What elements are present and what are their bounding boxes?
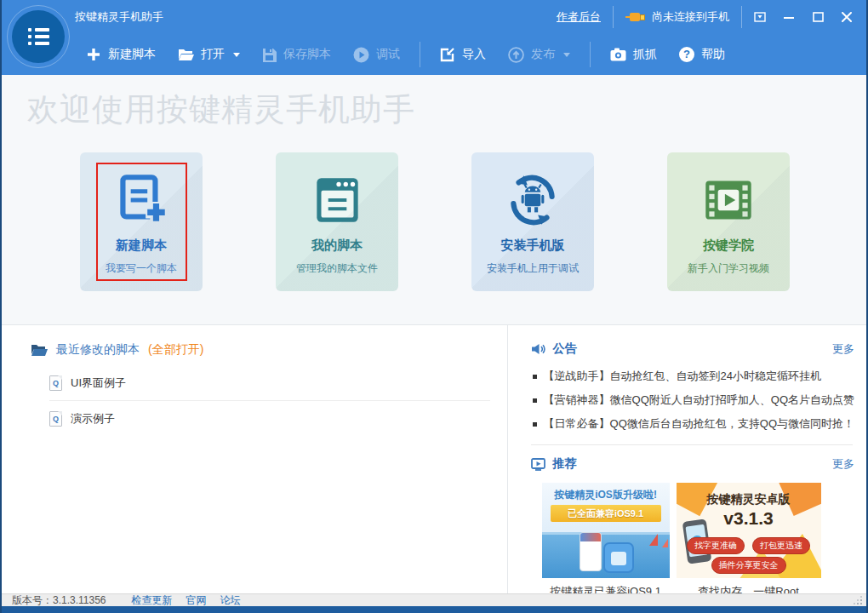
promo-android-banner[interactable]: 按键精灵安卓版 v3.1.3 找字更准确 打包更迅速 插件分享更安全 查找内存，… — [677, 483, 821, 599]
announcement-text: 【逆战助手】自动抢红包、自动签到24小时稳定循环挂机 — [544, 369, 821, 384]
resize-grip[interactable] — [853, 595, 862, 604]
titlebar: 按键精灵手机助手 作者后台 尚未连接到手机 — [75, 0, 861, 34]
app-title: 按键精灵手机助手 — [75, 9, 163, 25]
author-backend-link[interactable]: 作者后台 — [545, 9, 613, 25]
minimize-button[interactable] — [774, 4, 803, 30]
usb-cable-icon — [625, 12, 646, 22]
display-video-icon — [531, 458, 545, 471]
right-panel: 公告 更多 【逆战助手】自动抢红包、自动签到24小时稳定循环挂机 【营销神器】微… — [508, 325, 866, 593]
official-site-link[interactable]: 官网 — [186, 593, 207, 608]
button-label: 抓抓 — [633, 47, 657, 62]
debug-button[interactable]: 调试 — [342, 39, 411, 70]
hamburger-list-icon — [28, 28, 49, 45]
card-title: 按键学院 — [703, 238, 754, 254]
button-label: 调试 — [376, 47, 400, 62]
open-button[interactable]: 打开 — [167, 39, 251, 70]
script-file-icon: Q — [49, 411, 62, 427]
announcements-title: 公告 — [553, 341, 577, 357]
chevron-down-icon — [563, 53, 570, 57]
help-button[interactable]: 帮助 — [668, 39, 736, 70]
new-script-button[interactable]: 新建脚本 — [75, 39, 167, 70]
recommend-more-link[interactable]: 更多 — [832, 456, 854, 472]
recent-script-item[interactable]: Q 演示例子 — [49, 401, 490, 436]
maximize-button[interactable] — [803, 4, 832, 30]
separator — [741, 6, 742, 28]
help-icon — [679, 47, 694, 62]
announcement-item[interactable]: 【逆战助手】自动抢红包、自动签到24小时稳定循环挂机 — [531, 364, 854, 388]
android-banner-headline: 按键精灵安卓版 — [677, 492, 821, 507]
phone-graphic — [580, 532, 602, 571]
sail-graphic — [649, 534, 658, 546]
close-icon — [842, 12, 852, 22]
android-sync-icon — [501, 164, 564, 236]
announcement-item[interactable]: 【营销神器】微信QQ附近人自动打招呼加人、QQ名片自动点赞 — [531, 388, 854, 412]
main-menu-button[interactable] — [7, 5, 70, 68]
announcements-more-link[interactable]: 更多 — [832, 341, 854, 357]
bullet-icon — [533, 422, 537, 427]
announcements-header: 公告 更多 — [531, 339, 854, 359]
script-file-icon: Q — [49, 375, 62, 391]
recommend-header: 推荐 更多 — [531, 454, 854, 474]
speaker-icon — [531, 342, 545, 356]
maximize-icon — [813, 12, 824, 22]
recent-script-item[interactable]: Q UI界面例子 — [49, 366, 490, 401]
close-button[interactable] — [832, 4, 861, 30]
recent-script-name: 演示例子 — [71, 411, 115, 427]
separator — [420, 42, 420, 67]
connection-status-label: 尚未连接到手机 — [652, 9, 729, 25]
publish-button[interactable]: 发布 — [497, 39, 581, 70]
recent-scripts-title: 最近修改的脚本 — [56, 342, 140, 358]
card-install-mobile[interactable]: 安装手机版 安装手机上用于调试 — [471, 152, 594, 291]
plus-icon — [86, 47, 101, 62]
card-new-script[interactable]: 新建脚本 我要写一个脚本 — [80, 152, 203, 291]
bullet-icon — [533, 375, 537, 379]
feature-badge: 找字更准确 — [687, 537, 745, 554]
card-academy[interactable]: 按键学院 新手入门学习视频 — [667, 152, 790, 291]
collapse-window-button[interactable] — [745, 4, 774, 30]
chevron-down-icon — [233, 53, 240, 57]
save-script-button[interactable]: 保存脚本 — [251, 39, 342, 70]
recent-scripts-panel: 最近修改的脚本 (全部打开) Q UI界面例子 Q 演示例子 — [2, 325, 508, 593]
check-update-link[interactable]: 检查更新 — [132, 593, 173, 608]
card-my-scripts[interactable]: 我的脚本 管理我的脚本文件 — [276, 152, 398, 291]
separator — [590, 42, 591, 67]
camera-icon — [610, 48, 626, 61]
recent-script-name: UI界面例子 — [71, 375, 126, 391]
ios-banner-image: 按键精灵iOS版升级啦! 已全面兼容iOS9.1 — [542, 483, 670, 578]
import-button[interactable]: 导入 — [429, 39, 497, 70]
bullet-icon — [533, 398, 537, 403]
new-script-document-icon — [110, 164, 173, 236]
card-subtitle: 安装手机上用于调试 — [487, 261, 579, 276]
app-window: 按键精灵手机助手 作者后台 尚未连接到手机 — [0, 0, 868, 613]
announcement-text: 【营销神器】微信QQ附近人自动打招呼加人、QQ名片自动点赞 — [544, 392, 854, 408]
play-circle-icon — [353, 47, 369, 63]
capture-button[interactable]: 抓抓 — [599, 39, 668, 70]
card-title: 安装手机版 — [501, 238, 565, 254]
publish-icon — [508, 47, 524, 63]
divider — [531, 444, 853, 445]
toolbar: 新建脚本 打开 保存脚本 — [75, 34, 866, 75]
minimize-icon — [784, 12, 794, 22]
ios-banner-ribbon: 已全面兼容iOS9.1 — [551, 505, 661, 522]
import-icon — [440, 47, 455, 62]
card-subtitle: 我要写一个脚本 — [106, 261, 177, 276]
phone-connection-status[interactable]: 尚未连接到手机 — [614, 9, 741, 25]
button-label: 打开 — [201, 47, 225, 62]
announcement-item[interactable]: 【日常必备】QQ微信后台自动抢红包，支持QQ与微信同时抢！ — [531, 412, 854, 436]
version-label: 版本号：3.1.3.11356 — [12, 593, 106, 608]
forum-link[interactable]: 论坛 — [220, 593, 241, 608]
sail-graphic — [662, 539, 668, 547]
button-label: 发布 — [531, 47, 555, 62]
app-icon-graphic — [603, 542, 634, 573]
promo-ios-banner[interactable]: 按键精灵iOS版升级啦! 已全面兼容iOS9.1 按键精灵已兼容iOS9.1 — [542, 483, 670, 599]
folder-open-icon — [31, 343, 48, 357]
card-title: 我的脚本 — [311, 238, 363, 254]
open-all-link[interactable]: (全部打开) — [148, 342, 203, 358]
welcome-section: 欢迎使用按键精灵手机助手 新建脚本 我要写一个脚本 — [2, 75, 866, 325]
my-scripts-window-icon — [306, 164, 368, 236]
ios-banner-headline: 按键精灵iOS版升级啦! — [542, 488, 670, 502]
folder-icon — [178, 48, 194, 61]
button-label: 帮助 — [701, 47, 725, 62]
card-title: 新建脚本 — [116, 238, 167, 254]
save-icon — [262, 48, 277, 62]
